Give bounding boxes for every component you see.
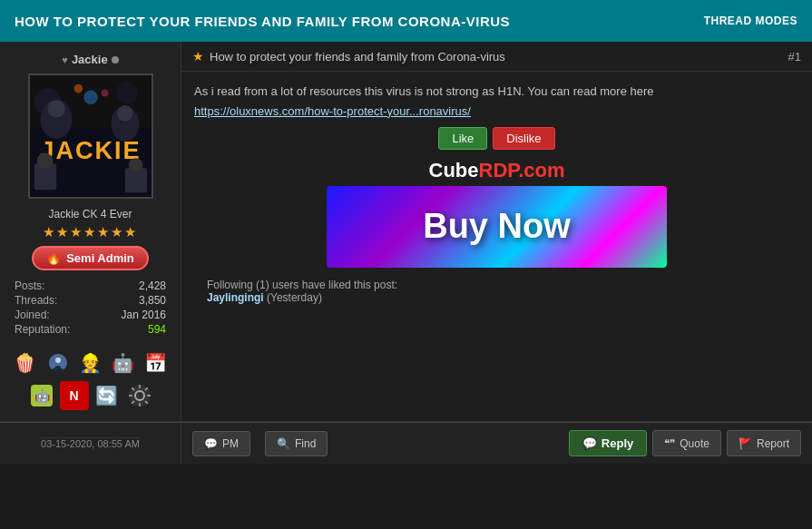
popcorn-icon: 🍿 bbox=[11, 348, 40, 377]
liked-row: Following (1) users have liked this post… bbox=[194, 279, 799, 311]
report-icon: 🚩 bbox=[739, 437, 752, 450]
username[interactable]: Jackie bbox=[72, 53, 108, 66]
liked-text: Following (1) users have liked this post… bbox=[207, 279, 397, 291]
pm-icon: 💬 bbox=[204, 437, 218, 450]
like-button[interactable]: Like bbox=[438, 127, 487, 150]
post-star-icon: ★ bbox=[192, 49, 204, 64]
user-display-name: Jackie CK 4 Ever bbox=[48, 208, 132, 220]
ad-title-cube: Cube bbox=[429, 159, 479, 181]
user-stats: Posts: 2,428 Threads: 3,850 Joined: Jan … bbox=[7, 279, 173, 338]
svg-point-14 bbox=[73, 84, 83, 93]
footer-left-actions: 💬 PM 🔍 Find bbox=[192, 431, 328, 456]
post-row: ♥ Jackie JACKIE bbox=[0, 42, 812, 422]
user-name-row: ♥ Jackie bbox=[62, 53, 118, 66]
reply-icon: 💬 bbox=[582, 436, 597, 450]
threads-label: Threads: bbox=[15, 294, 57, 307]
badge-label: Semi Admin bbox=[66, 251, 134, 265]
steam-icon bbox=[44, 348, 73, 377]
post-number: #1 bbox=[788, 50, 801, 64]
ad-title-com: .com bbox=[518, 159, 564, 181]
worker-icon: 👷 bbox=[76, 348, 105, 377]
report-button[interactable]: 🚩 Report bbox=[727, 430, 801, 456]
svg-point-2 bbox=[116, 83, 137, 103]
ad-title-rdp: RDP bbox=[479, 159, 519, 181]
buy-now-banner[interactable]: Buy Now bbox=[327, 186, 667, 268]
post-link[interactable]: https://oluxnews.com/how-to-protect-your… bbox=[194, 104, 471, 118]
calendar-icon: 📅 bbox=[142, 348, 171, 377]
posts-value: 2,428 bbox=[139, 279, 166, 292]
footer-right-actions: 💬 Reply ❝❞ Quote 🚩 Report bbox=[569, 430, 801, 456]
quote-icon: ❝❞ bbox=[664, 437, 675, 450]
find-button[interactable]: 🔍 Find bbox=[265, 431, 328, 456]
robot-icon: 🤖 bbox=[109, 348, 138, 377]
settings-icon bbox=[125, 381, 154, 410]
stat-threads: Threads: 3,850 bbox=[15, 294, 166, 307]
post-header: ★ How to protect your friends and family… bbox=[181, 42, 812, 72]
svg-point-8 bbox=[117, 105, 132, 121]
avatar: JACKIE bbox=[28, 73, 153, 199]
stat-reputation: Reputation: 594 bbox=[15, 323, 166, 336]
svg-text:🤖: 🤖 bbox=[34, 388, 50, 404]
buy-now-text: Buy Now bbox=[423, 207, 571, 246]
online-status-dot bbox=[112, 56, 119, 64]
svg-point-11 bbox=[36, 152, 52, 168]
semi-admin-badge: 🔥 Semi Admin bbox=[32, 246, 149, 270]
reputation-value: 594 bbox=[148, 323, 166, 336]
post-timestamp: 03-15-2020, 08:55 AM bbox=[41, 437, 140, 449]
user-sidebar: ♥ Jackie JACKIE bbox=[0, 42, 181, 421]
svg-point-7 bbox=[47, 100, 64, 117]
svg-point-15 bbox=[101, 90, 108, 97]
dislike-button[interactable]: Dislike bbox=[493, 127, 554, 150]
avatar-svg: JACKIE bbox=[30, 73, 152, 199]
post-body: As i read from a lot of resources this v… bbox=[181, 72, 812, 421]
stat-posts: Posts: 2,428 bbox=[15, 279, 166, 292]
svg-point-17 bbox=[55, 358, 61, 363]
user-prefix-icon: ♥ bbox=[62, 54, 68, 65]
post-title-text: How to protect your friends and family f… bbox=[210, 50, 505, 64]
post-title-row: ★ How to protect your friends and family… bbox=[192, 49, 505, 64]
like-dislike-row: Like Dislike bbox=[194, 127, 799, 150]
post-actions: 💬 PM 🔍 Find 💬 Reply ❝❞ Quote 🚩 Report bbox=[181, 423, 812, 464]
svg-point-13 bbox=[83, 91, 98, 105]
post-timestamp-area: 03-15-2020, 08:55 AM bbox=[0, 423, 181, 464]
bottom-bar: 03-15-2020, 08:55 AM 💬 PM 🔍 Find 💬 Reply… bbox=[0, 422, 812, 464]
ad-area: CubeRDP.com Buy Now bbox=[194, 159, 799, 268]
pm-label: PM bbox=[222, 437, 239, 450]
notification-icon: N bbox=[60, 381, 89, 410]
report-label: Report bbox=[757, 437, 789, 450]
find-icon: 🔍 bbox=[277, 437, 290, 450]
badge-icon: 🔥 bbox=[46, 251, 61, 265]
joined-value: Jan 2016 bbox=[122, 309, 166, 321]
quote-label: Quote bbox=[680, 437, 709, 450]
post-content: ★ How to protect your friends and family… bbox=[181, 42, 812, 421]
pm-button[interactable]: 💬 PM bbox=[192, 431, 250, 456]
android-icon: 🤖 bbox=[27, 381, 56, 410]
reply-button[interactable]: 💬 Reply bbox=[569, 430, 647, 456]
joined-label: Joined: bbox=[15, 309, 50, 321]
user-stars: ★★★★★★★ bbox=[43, 224, 138, 240]
svg-point-12 bbox=[128, 158, 142, 172]
stat-joined: Joined: Jan 2016 bbox=[15, 309, 166, 321]
quote-button[interactable]: ❝❞ Quote bbox=[652, 430, 721, 456]
reply-label: Reply bbox=[602, 436, 633, 450]
post-body-text: As i read from a lot of resources this v… bbox=[194, 83, 799, 101]
page-header: HOW TO PROTECT YOUR FRIENDS AND FAMILY F… bbox=[0, 0, 812, 42]
liked-user[interactable]: Jaylingingi bbox=[207, 291, 264, 304]
user-icons-grid: 🍿 👷 🤖 📅 🤖 N 🔄 bbox=[7, 348, 173, 410]
liked-time: (Yesterday) bbox=[267, 291, 322, 304]
ad-title: CubeRDP.com bbox=[429, 159, 565, 182]
sync-icon: 🔄 bbox=[93, 381, 122, 410]
threads-value: 3,850 bbox=[139, 294, 166, 307]
thread-modes-button[interactable]: THREAD MODES bbox=[704, 15, 797, 27]
find-label: Find bbox=[295, 437, 316, 450]
page-title: HOW TO PROTECT YOUR FRIENDS AND FAMILY F… bbox=[15, 14, 510, 29]
reputation-label: Reputation: bbox=[15, 323, 70, 336]
posts-label: Posts: bbox=[15, 279, 44, 292]
